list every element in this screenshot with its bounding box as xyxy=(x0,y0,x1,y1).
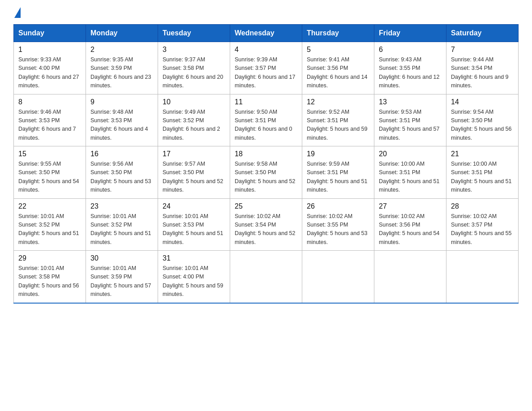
calendar-cell: 5 Sunrise: 9:41 AM Sunset: 3:56 PM Dayli… xyxy=(302,42,374,94)
day-number: 21 xyxy=(451,150,514,158)
calendar-cell: 19 Sunrise: 9:59 AM Sunset: 3:51 PM Dayl… xyxy=(302,146,374,199)
day-info: Sunrise: 9:48 AM Sunset: 3:53 PM Dayligh… xyxy=(90,108,153,143)
day-info: Sunrise: 10:02 AM Sunset: 3:55 PM Daylig… xyxy=(307,212,369,247)
day-header-friday: Friday xyxy=(374,25,446,42)
day-number: 26 xyxy=(307,202,369,210)
day-info: Sunrise: 9:33 AM Sunset: 4:00 PM Dayligh… xyxy=(18,56,81,90)
calendar-cell: 10 Sunrise: 9:49 AM Sunset: 3:52 PM Dayl… xyxy=(158,94,230,146)
calendar-cell: 24 Sunrise: 10:01 AM Sunset: 3:53 PM Day… xyxy=(158,198,230,251)
day-number: 16 xyxy=(90,150,153,158)
calendar-week-row: 1 Sunrise: 9:33 AM Sunset: 4:00 PM Dayli… xyxy=(14,42,519,94)
calendar-cell: 12 Sunrise: 9:52 AM Sunset: 3:51 PM Dayl… xyxy=(302,94,374,146)
calendar-cell: 17 Sunrise: 9:57 AM Sunset: 3:50 PM Dayl… xyxy=(158,146,230,199)
day-info: Sunrise: 9:46 AM Sunset: 3:53 PM Dayligh… xyxy=(18,108,81,143)
day-number: 7 xyxy=(451,46,514,54)
calendar-cell: 7 Sunrise: 9:44 AM Sunset: 3:54 PM Dayli… xyxy=(446,42,519,94)
day-number: 24 xyxy=(163,202,225,210)
day-number: 8 xyxy=(18,98,81,106)
day-info: Sunrise: 9:39 AM Sunset: 3:57 PM Dayligh… xyxy=(235,56,297,90)
day-info: Sunrise: 10:01 AM Sunset: 3:52 PM Daylig… xyxy=(18,212,81,247)
day-info: Sunrise: 10:00 AM Sunset: 3:51 PM Daylig… xyxy=(451,160,514,195)
day-number: 31 xyxy=(163,254,225,262)
calendar-cell: 9 Sunrise: 9:48 AM Sunset: 3:53 PM Dayli… xyxy=(86,94,158,146)
calendar-cell: 2 Sunrise: 9:35 AM Sunset: 3:59 PM Dayli… xyxy=(86,42,158,94)
calendar-cell: 26 Sunrise: 10:02 AM Sunset: 3:55 PM Day… xyxy=(302,198,374,251)
day-info: Sunrise: 9:52 AM Sunset: 3:51 PM Dayligh… xyxy=(307,108,369,143)
calendar-cell: 3 Sunrise: 9:37 AM Sunset: 3:58 PM Dayli… xyxy=(158,42,230,94)
day-info: Sunrise: 9:55 AM Sunset: 3:50 PM Dayligh… xyxy=(18,160,81,195)
calendar-cell xyxy=(446,251,519,303)
calendar-cell: 16 Sunrise: 9:56 AM Sunset: 3:50 PM Dayl… xyxy=(86,146,158,199)
day-number: 22 xyxy=(18,202,81,210)
day-info: Sunrise: 10:01 AM Sunset: 3:58 PM Daylig… xyxy=(18,264,81,299)
day-info: Sunrise: 9:41 AM Sunset: 3:56 PM Dayligh… xyxy=(307,56,369,90)
day-info: Sunrise: 9:44 AM Sunset: 3:54 PM Dayligh… xyxy=(451,56,514,90)
day-number: 25 xyxy=(235,202,297,210)
calendar-cell: 21 Sunrise: 10:00 AM Sunset: 3:51 PM Day… xyxy=(446,146,519,199)
calendar-cell: 6 Sunrise: 9:43 AM Sunset: 3:55 PM Dayli… xyxy=(374,42,446,94)
day-info: Sunrise: 10:00 AM Sunset: 3:51 PM Daylig… xyxy=(379,160,442,195)
day-header-wednesday: Wednesday xyxy=(230,25,302,42)
day-number: 18 xyxy=(235,150,297,158)
day-header-sunday: Sunday xyxy=(14,25,86,42)
day-info: Sunrise: 9:50 AM Sunset: 3:51 PM Dayligh… xyxy=(235,108,297,143)
logo-triangle-icon xyxy=(14,7,21,18)
day-number: 4 xyxy=(235,46,297,54)
day-header-monday: Monday xyxy=(86,25,158,42)
day-number: 20 xyxy=(379,150,442,158)
day-number: 2 xyxy=(90,46,153,54)
day-number: 19 xyxy=(307,150,369,158)
calendar-cell: 4 Sunrise: 9:39 AM Sunset: 3:57 PM Dayli… xyxy=(230,42,302,94)
calendar-cell: 13 Sunrise: 9:53 AM Sunset: 3:51 PM Dayl… xyxy=(374,94,446,146)
day-number: 14 xyxy=(451,98,514,106)
day-number: 12 xyxy=(307,98,369,106)
day-number: 17 xyxy=(163,150,225,158)
day-number: 11 xyxy=(235,98,297,106)
day-info: Sunrise: 9:43 AM Sunset: 3:55 PM Dayligh… xyxy=(379,56,442,90)
day-info: Sunrise: 10:01 AM Sunset: 3:53 PM Daylig… xyxy=(163,212,225,247)
day-number: 23 xyxy=(90,202,153,210)
day-number: 13 xyxy=(379,98,442,106)
calendar-cell: 28 Sunrise: 10:02 AM Sunset: 3:57 PM Day… xyxy=(446,198,519,251)
day-header-tuesday: Tuesday xyxy=(158,25,230,42)
calendar-cell: 29 Sunrise: 10:01 AM Sunset: 3:58 PM Day… xyxy=(14,251,86,303)
day-info: Sunrise: 9:49 AM Sunset: 3:52 PM Dayligh… xyxy=(163,108,225,143)
calendar-cell: 18 Sunrise: 9:58 AM Sunset: 3:50 PM Dayl… xyxy=(230,146,302,199)
calendar-cell xyxy=(302,251,374,303)
calendar-cell: 25 Sunrise: 10:02 AM Sunset: 3:54 PM Day… xyxy=(230,198,302,251)
calendar-header-row: SundayMondayTuesdayWednesdayThursdayFrid… xyxy=(14,25,519,42)
calendar-cell: 14 Sunrise: 9:54 AM Sunset: 3:50 PM Dayl… xyxy=(446,94,519,146)
calendar-cell: 11 Sunrise: 9:50 AM Sunset: 3:51 PM Dayl… xyxy=(230,94,302,146)
calendar-cell: 22 Sunrise: 10:01 AM Sunset: 3:52 PM Day… xyxy=(14,198,86,251)
calendar-cell: 27 Sunrise: 10:02 AM Sunset: 3:56 PM Day… xyxy=(374,198,446,251)
calendar-cell xyxy=(374,251,446,303)
day-info: Sunrise: 9:54 AM Sunset: 3:50 PM Dayligh… xyxy=(451,108,514,143)
day-header-saturday: Saturday xyxy=(446,25,519,42)
day-info: Sunrise: 10:02 AM Sunset: 3:54 PM Daylig… xyxy=(235,212,297,247)
calendar-cell: 23 Sunrise: 10:01 AM Sunset: 3:52 PM Day… xyxy=(86,198,158,251)
calendar-cell: 30 Sunrise: 10:01 AM Sunset: 3:59 PM Day… xyxy=(86,251,158,303)
day-number: 10 xyxy=(163,98,225,106)
day-info: Sunrise: 10:01 AM Sunset: 3:59 PM Daylig… xyxy=(90,264,153,299)
day-number: 1 xyxy=(18,46,81,54)
calendar-cell: 31 Sunrise: 10:01 AM Sunset: 4:00 PM Day… xyxy=(158,251,230,303)
day-number: 15 xyxy=(18,150,81,158)
calendar-table: SundayMondayTuesdayWednesdayThursdayFrid… xyxy=(13,24,519,304)
day-info: Sunrise: 10:02 AM Sunset: 3:57 PM Daylig… xyxy=(451,212,514,247)
day-info: Sunrise: 10:02 AM Sunset: 3:56 PM Daylig… xyxy=(379,212,442,247)
day-number: 3 xyxy=(163,46,225,54)
calendar-week-row: 22 Sunrise: 10:01 AM Sunset: 3:52 PM Day… xyxy=(14,198,519,251)
day-number: 28 xyxy=(451,202,514,210)
day-info: Sunrise: 9:56 AM Sunset: 3:50 PM Dayligh… xyxy=(90,160,153,195)
calendar-cell: 1 Sunrise: 9:33 AM Sunset: 4:00 PM Dayli… xyxy=(14,42,86,94)
day-number: 9 xyxy=(90,98,153,106)
day-number: 29 xyxy=(18,254,81,262)
day-number: 30 xyxy=(90,254,153,262)
page-header xyxy=(13,9,519,16)
day-info: Sunrise: 9:59 AM Sunset: 3:51 PM Dayligh… xyxy=(307,160,369,195)
day-info: Sunrise: 10:01 AM Sunset: 3:52 PM Daylig… xyxy=(90,212,153,247)
day-info: Sunrise: 9:57 AM Sunset: 3:50 PM Dayligh… xyxy=(163,160,225,195)
calendar-week-row: 29 Sunrise: 10:01 AM Sunset: 3:58 PM Day… xyxy=(14,251,519,303)
calendar-week-row: 15 Sunrise: 9:55 AM Sunset: 3:50 PM Dayl… xyxy=(14,146,519,199)
logo xyxy=(13,9,21,16)
